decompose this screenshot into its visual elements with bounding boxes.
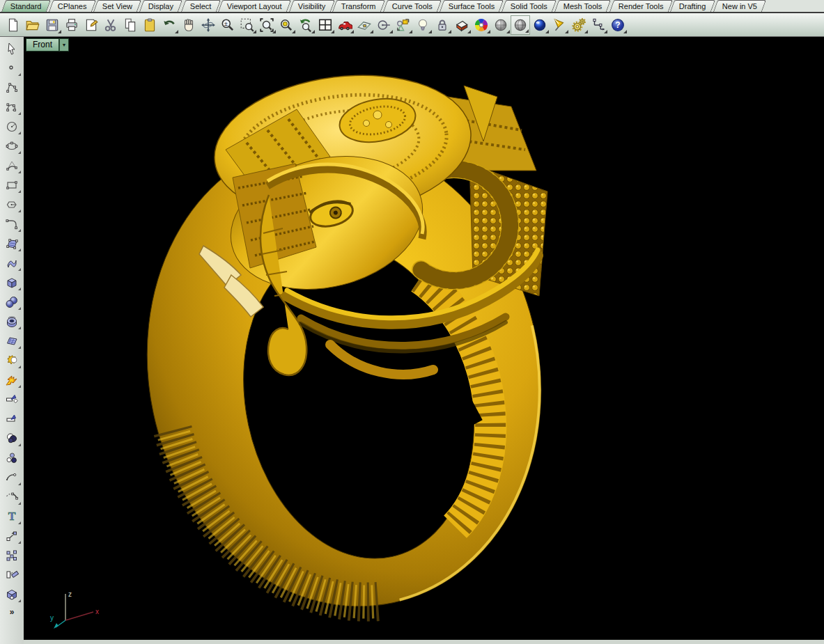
toolbar-group-tab[interactable]: Mesh Tools [554,0,612,12]
toolbar-group-tab[interactable]: Render Tools [609,0,673,12]
dimensions-icon[interactable] [589,15,608,35]
copy-icon[interactable] [121,15,140,35]
color-wheel-icon[interactable] [472,15,491,35]
array-icon[interactable] [3,547,21,564]
toolbar-group-tab[interactable]: Solid Tools [502,0,557,12]
torus-icon[interactable] [3,313,21,330]
gold-elephant-ring-model[interactable] [121,66,567,623]
join-icon[interactable] [3,430,21,447]
surface-patch-icon[interactable] [3,255,21,272]
options-gears-icon[interactable] [569,15,589,35]
print-icon[interactable] [62,15,81,35]
toolbar-group-tab[interactable]: Standard [1,0,51,12]
lamp-icon[interactable] [413,15,433,35]
tab-label: Viewport Layout [227,2,282,10]
pan-hand-icon[interactable] [179,15,199,35]
paste-icon[interactable] [140,15,160,35]
boolean-union-icon[interactable] [3,352,21,369]
viewport-title-tab[interactable]: Front ▼ [26,38,69,52]
help-icon[interactable]: ? [608,15,628,35]
zoom-dynamic-icon[interactable]: ± [218,15,238,35]
toolbar-group-tab[interactable]: Set View [93,0,141,12]
tab-label: Standard [10,2,42,10]
fillet-curve-icon[interactable] [3,469,21,486]
new-file-icon[interactable] [3,15,23,35]
viewport-column: Front ▼ [24,37,824,644]
orient-icon[interactable] [3,567,21,583]
toolbar-tab-bar: Standard CPlanes Set View Display Select… [0,0,824,13]
layer-wedge-icon[interactable] [452,15,472,35]
box-icon[interactable] [3,274,21,291]
question-glyph: ? [615,20,620,30]
select-arrow-icon[interactable] [3,40,21,57]
tab-label: Display [148,2,173,10]
viewport-name-label[interactable]: Front [26,38,59,52]
toolbar-group-tab[interactable]: CPlanes [49,0,96,12]
surface-from-points-icon[interactable] [3,235,21,252]
circle-icon[interactable] [3,118,21,135]
text-icon[interactable]: T [3,508,21,525]
polygon-icon[interactable] [3,196,21,213]
move-icon[interactable] [3,528,21,544]
undo-icon[interactable] [160,15,179,35]
axis-y-label: y [50,614,54,622]
toolbar-group-tab[interactable]: Surface Tools [440,0,504,12]
zoom-extents-icon[interactable] [257,15,277,35]
ellipse-icon[interactable] [3,138,21,155]
front-viewport[interactable]: Front ▼ [24,37,824,640]
cut-icon[interactable] [101,15,121,35]
extend-curve-icon[interactable] [3,489,21,505]
control-point-curve-icon[interactable] [3,99,21,116]
rectangle-icon[interactable] [3,177,21,194]
polyline-icon[interactable] [3,79,21,96]
point-icon[interactable] [3,60,21,77]
render-sphere-icon[interactable] [491,15,511,35]
toolbar-group-tab[interactable]: Select [180,0,220,12]
shaded-viewport-icon[interactable] [511,15,530,35]
toolbar-group-tab[interactable]: Visibility [289,0,335,12]
tab-label: Render Tools [619,2,664,10]
tab-label: Solid Tools [511,2,547,10]
rotate-view-icon[interactable] [199,15,218,35]
plus-minus-glyph: ± [224,20,228,27]
set-cplane-icon[interactable] [355,15,374,35]
zoom-window-icon[interactable] [238,15,257,35]
named-views-car-icon[interactable] [335,15,355,35]
main-area: T » Front ▼ [0,37,824,644]
pointer-cone-icon[interactable] [550,15,569,35]
tab-label: CPlanes [57,2,86,10]
split-icon[interactable] [3,411,21,427]
sidebar-expand-chevrons[interactable]: » [10,607,15,617]
zoom-selected-icon[interactable] [277,15,296,35]
tab-label: Drafting [679,2,706,10]
solid-union-icon[interactable] [3,586,21,603]
axis-gizmo: z x y [42,587,102,631]
fillet-arc-icon[interactable] [3,216,21,233]
toolbar-group-tab[interactable]: Transform [332,0,385,12]
text-T-glyph: T [8,510,16,522]
edit-notes-icon[interactable] [81,15,101,35]
save-file-icon[interactable] [42,15,62,35]
lock-icon[interactable] [433,15,452,35]
toolbar-group-tab[interactable]: Viewport Layout [218,0,291,12]
cplane-origin-icon[interactable] [374,15,394,35]
conic-arc-icon[interactable] [3,157,21,174]
toolbar-group-tab[interactable]: Display [139,0,182,12]
spheres-icon[interactable] [3,294,21,311]
trim-icon[interactable] [3,391,21,408]
toolbar-group-tab[interactable]: New in V5 [713,0,766,12]
viewport-layout-icon[interactable] [316,15,335,35]
viewport-dropdown-icon[interactable]: ▼ [59,38,69,52]
mesh-surface-icon[interactable] [3,333,21,350]
undo-view-icon[interactable] [296,15,316,35]
render-preview-icon[interactable] [530,15,550,35]
toolbar-group-tab[interactable]: Curve Tools [383,0,442,12]
tab-label: Transform [341,2,376,10]
open-file-icon[interactable] [23,15,42,35]
axis-z-label: z [68,590,72,598]
tab-label: Select [189,2,211,10]
group-icon[interactable] [3,450,21,466]
explode-icon[interactable] [3,372,21,388]
toolbar-group-tab[interactable]: Drafting [670,0,715,12]
object-snap-icon[interactable] [394,15,413,35]
